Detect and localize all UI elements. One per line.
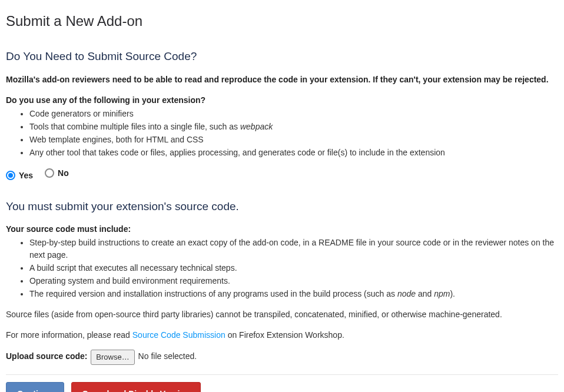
question-text: Do you use any of the following in your … [6, 94, 558, 107]
cancel-button[interactable]: Cancel and Disable Version [71, 382, 201, 393]
tools-list: Code generators or minifiers Tools that … [6, 108, 558, 159]
file-status: No file selected. [138, 351, 197, 361]
list-item: Tools that combine multiple files into a… [29, 121, 558, 133]
more-info: For more information, please read Source… [6, 329, 558, 341]
requirements-list: Step-by-step build instructions to creat… [6, 237, 558, 300]
radio-yes[interactable]: Yes [6, 170, 33, 182]
radio-no[interactable]: No [45, 167, 69, 180]
must-submit-heading: You must submit your extension's source … [6, 198, 558, 215]
source-submission-link[interactable]: Source Code Submission [132, 330, 225, 340]
list-item: Code generators or minifiers [29, 108, 558, 120]
must-include-text: Your source code must include: [6, 223, 558, 235]
list-item: A build script that executes all necessa… [29, 262, 558, 274]
section-source-heading: Do You Need to Submit Source Code? [6, 48, 558, 65]
upload-label: Upload source code: [6, 351, 87, 361]
source-note: Source files (aside from open-source thi… [6, 308, 558, 321]
list-item: Operating system and build environment r… [29, 275, 558, 287]
radio-label: Yes [19, 170, 33, 182]
list-item: Web template engines, both for HTML and … [29, 134, 558, 146]
radio-icon [45, 168, 54, 178]
radio-label: No [58, 167, 69, 180]
list-item: Any other tool that takes code or files,… [29, 147, 558, 159]
browse-button[interactable]: Browse… [91, 350, 134, 365]
button-row: Continue Cancel and Disable Version [6, 382, 558, 393]
intro-text: Mozilla's add-on reviewers need to be ab… [6, 74, 558, 86]
source-radio-group: Yes No [6, 167, 558, 182]
upload-row: Upload source code: Browse… No file sele… [6, 350, 558, 365]
list-item: Step-by-step build instructions to creat… [29, 237, 558, 261]
continue-button[interactable]: Continue [6, 382, 64, 393]
radio-icon [6, 171, 15, 180]
list-item: The required version and installation in… [29, 288, 558, 300]
divider [6, 374, 558, 375]
page-title: Submit a New Add-on [6, 11, 558, 32]
